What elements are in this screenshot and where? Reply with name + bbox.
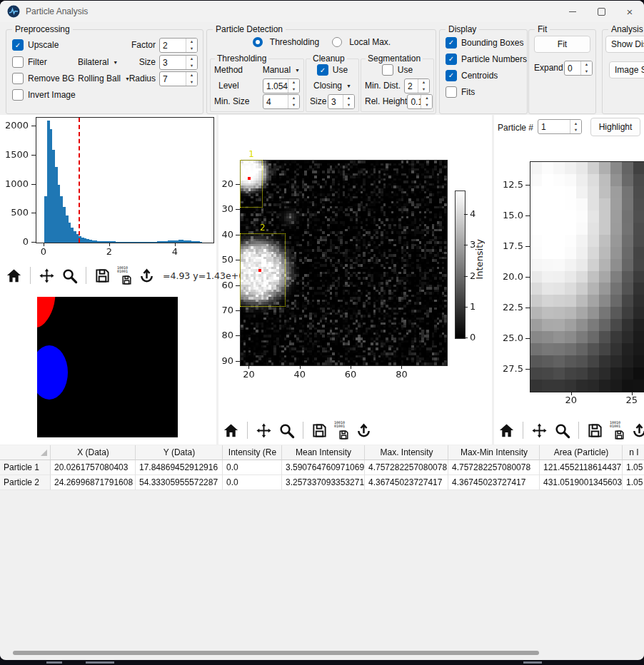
table-cell[interactable]: 1.05 <box>623 460 644 475</box>
save-icon[interactable] <box>94 268 111 284</box>
bg-method-combo[interactable]: Rolling Ball▼ <box>78 73 130 83</box>
spin-up-icon[interactable]: ▲ <box>186 72 197 79</box>
spin-down-icon[interactable]: ▼ <box>186 78 197 86</box>
display-option-particle-numbers[interactable]: ✓Particle Numbers <box>446 51 533 67</box>
title-bar[interactable]: Particle Analysis × <box>0 1 644 22</box>
highlight-button[interactable]: Highlight <box>590 118 640 136</box>
display-option-bounding-boxes[interactable]: ✓Bounding Boxes <box>446 34 533 51</box>
pan-icon[interactable] <box>531 422 548 439</box>
intensity-histogram-plot[interactable] <box>36 117 214 243</box>
spin-down-icon[interactable]: ▼ <box>288 101 299 108</box>
row-header[interactable]: Particle 2 <box>0 475 51 490</box>
zoom-icon[interactable] <box>278 422 295 439</box>
column-header[interactable]: n I <box>623 445 644 460</box>
segmentation-use-checkbox[interactable] <box>382 64 393 76</box>
remove-bg-checkbox[interactable] <box>12 73 24 84</box>
save-icon[interactable] <box>587 422 603 439</box>
export-icon[interactable] <box>139 268 155 284</box>
column-header[interactable]: Area (Particle) <box>540 445 623 460</box>
filter-checkbox[interactable] <box>12 56 24 68</box>
table-cell[interactable]: 4.757282257080078 <box>448 460 540 475</box>
spin-up-icon[interactable]: ▲ <box>186 56 197 63</box>
home-icon[interactable] <box>498 422 515 439</box>
particle-image-plot[interactable] <box>240 160 448 366</box>
zoom-icon[interactable] <box>61 268 78 284</box>
table-cell[interactable]: 3.590764760971069 <box>282 460 365 475</box>
close-button[interactable]: × <box>615 1 644 22</box>
segmentation-mask-image[interactable] <box>37 297 178 437</box>
column-header[interactable]: Max. Intensity <box>365 445 448 460</box>
table-cell[interactable]: 431.0519001345603 <box>540 475 623 490</box>
upscale-checkbox[interactable]: ✓ <box>12 39 24 51</box>
spin-up-icon[interactable]: ▲ <box>581 61 592 68</box>
show-distribution-button[interactable]: Show Dist <box>605 36 644 53</box>
level-spinner[interactable]: 1.054▲▼ <box>263 78 300 93</box>
spin-up-icon[interactable]: ▲ <box>186 39 197 46</box>
save-icon[interactable] <box>311 422 328 439</box>
table-cell[interactable]: 3.257337093353271 <box>282 475 365 490</box>
save-data-icon[interactable]: 1001001001 <box>334 421 349 440</box>
display-option-fits[interactable]: Fits <box>446 83 533 100</box>
factor-spinner[interactable]: 2▲▼ <box>159 38 198 53</box>
spin-up-icon[interactable]: ▲ <box>288 95 299 102</box>
checkbox[interactable]: ✓ <box>446 37 457 49</box>
threshold-method-combo[interactable]: Manual▼ <box>263 65 300 75</box>
scrollbar-thumb[interactable] <box>13 651 539 655</box>
home-icon[interactable] <box>223 422 239 439</box>
column-header[interactable]: Y (Data) <box>136 445 223 460</box>
spin-up-icon[interactable]: ▲ <box>421 95 432 102</box>
checkbox[interactable]: ✓ <box>446 54 457 65</box>
thresholding-radio[interactable] <box>253 37 263 47</box>
spin-down-icon[interactable]: ▼ <box>288 86 299 93</box>
expand-spinner[interactable]: 0▲▼ <box>564 61 593 76</box>
display-option-centroids[interactable]: ✓Centroids <box>446 67 533 83</box>
cleanup-method-combo[interactable]: Closing▼ <box>313 81 351 91</box>
spin-up-icon[interactable]: ▲ <box>418 79 429 86</box>
pan-icon[interactable] <box>256 422 272 439</box>
particle-zoom-canvas[interactable] <box>530 162 644 392</box>
particle-image-canvas[interactable] <box>241 161 447 365</box>
horizontal-scrollbar[interactable] <box>0 646 644 659</box>
spin-up-icon[interactable]: ▲ <box>288 79 299 86</box>
table-cell[interactable]: 20.0261757080403 <box>51 460 136 475</box>
fit-button[interactable]: Fit <box>534 36 590 53</box>
image-statistics-button[interactable]: Image St <box>609 61 644 78</box>
column-header[interactable]: Max-Min Intensity <box>448 445 540 460</box>
spin-down-icon[interactable]: ▼ <box>581 68 592 75</box>
particle-zoom-plot[interactable] <box>530 161 644 392</box>
min-size-spinner[interactable]: 4▲▼ <box>263 94 300 109</box>
table-cell[interactable]: 4.36745023727417 <box>448 475 540 490</box>
spin-down-icon[interactable]: ▼ <box>186 62 197 69</box>
size-spinner[interactable]: 3▲▼ <box>159 55 198 70</box>
cleanup-size-spinner[interactable]: 3▲▼ <box>328 94 355 109</box>
row-header[interactable]: Particle 1 <box>0 460 51 475</box>
spin-down-icon[interactable]: ▼ <box>186 45 197 52</box>
column-header[interactable]: Mean Intensity <box>282 445 365 460</box>
spin-up-icon[interactable]: ▲ <box>343 95 354 102</box>
table-cell[interactable]: 121.4552118614437 <box>540 460 623 475</box>
save-data-icon[interactable]: 1001001001 <box>117 266 132 285</box>
minimize-button[interactable] <box>558 1 587 22</box>
filter-method-combo[interactable]: Bilateral▼ <box>78 57 118 67</box>
table-cell[interactable]: 0.0 <box>223 460 282 475</box>
table-cell[interactable]: 24.26996871791608 <box>51 475 136 490</box>
export-icon[interactable] <box>631 422 644 439</box>
column-header[interactable]: X (Data) <box>51 445 136 460</box>
spin-down-icon[interactable]: ▼ <box>343 101 354 108</box>
spin-down-icon[interactable]: ▼ <box>418 86 429 93</box>
localmax-radio[interactable] <box>332 37 342 47</box>
checkbox[interactable]: ✓ <box>446 70 457 81</box>
table-cell[interactable]: 4.757282257080078 <box>365 460 448 475</box>
maximize-button[interactable] <box>587 1 615 22</box>
particle-number-spinner[interactable]: 1▲▼ <box>538 119 582 134</box>
cleanup-use-checkbox[interactable]: ✓ <box>317 64 328 76</box>
table-cell[interactable]: 1.05 <box>623 475 644 490</box>
pan-icon[interactable] <box>39 268 55 284</box>
export-icon[interactable] <box>356 422 372 439</box>
column-header[interactable]: Intensity (Re <box>223 445 282 460</box>
spin-down-icon[interactable]: ▼ <box>421 101 432 108</box>
zoom-icon[interactable] <box>554 422 570 439</box>
table-cell[interactable]: 0.0 <box>223 475 282 490</box>
save-data-icon[interactable]: 1001001001 <box>610 421 625 440</box>
invert-image-checkbox[interactable] <box>12 89 24 101</box>
